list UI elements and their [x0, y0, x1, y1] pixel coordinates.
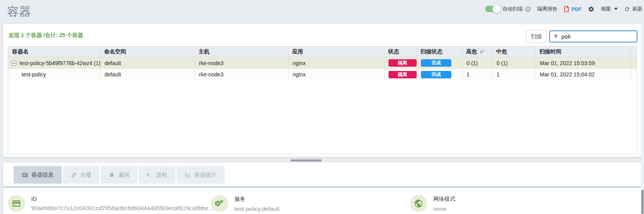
app-cell: nginx — [288, 57, 384, 69]
container-count-summary: 发现 1 个容器 /合计: 25 个容器 — [9, 32, 83, 39]
col-header-app[interactable]: 应用 — [288, 46, 384, 57]
gavel-icon — [71, 172, 77, 178]
medium-severity-cell: 0 (1) — [492, 57, 536, 69]
sort-icon[interactable] — [479, 49, 484, 54]
vertical-scrollbar[interactable] — [641, 24, 644, 214]
info-icon[interactable] — [525, 6, 531, 12]
globe-icon — [410, 195, 427, 212]
host-cell: rke-node3 — [195, 69, 288, 80]
tab-label: 合规 — [80, 172, 91, 179]
auto-scan-control: 自动扫描 — [485, 5, 531, 12]
row-spacer — [631, 57, 637, 69]
high-severity-cell: 1 — [462, 69, 492, 80]
filter-search-input[interactable] — [561, 33, 637, 40]
scan-button[interactable]: 扫描 — [526, 30, 547, 42]
header-controls: 自动扫描 隔离报告 PDF 视图 刷新 — [485, 4, 642, 14]
table-row[interactable]: test-policy default rke-node3 nginx 隔离 完… — [8, 69, 637, 80]
tab-divider — [3, 186, 641, 188]
col-header-status[interactable]: 状态 — [384, 46, 417, 57]
view-label: 视图 — [601, 5, 611, 12]
gears-icon — [211, 195, 228, 212]
col-header-scan-status[interactable]: 扫描状态 — [417, 46, 462, 57]
col-header-spacer — [631, 46, 637, 57]
quarantine-report-button[interactable]: 隔离报告 — [537, 5, 557, 12]
detail-value: test-policy.default — [234, 205, 280, 212]
table-row[interactable]: test-policy-5b49f9776b-42wz4 (1) default… — [8, 57, 637, 69]
status-badge[interactable]: 隔离 — [389, 59, 417, 67]
high-severity-cell: 0 (1) — [462, 57, 492, 69]
detail-item-id: ID 90ae9d0e7c7a12c04301cd2956a0bc8d6044a… — [8, 195, 214, 212]
filter-funnel-icon — [553, 34, 559, 39]
tab-container-stats[interactable]: 容器统计 — [177, 166, 225, 184]
settings-button[interactable] — [588, 6, 594, 12]
scan-status-badge[interactable]: 完成 — [421, 59, 451, 67]
page-title: 容器 — [7, 4, 31, 20]
status-badge[interactable]: 隔离 — [389, 71, 417, 78]
tab-label: 漏洞 — [118, 172, 129, 179]
detail-label: ID — [31, 196, 214, 202]
containers-table: 容器名 命名空间 主机 应用 状态 扫描状态 高危 中危 扫描时间 test-p… — [8, 46, 637, 154]
panel-resize-handle[interactable] — [291, 159, 322, 161]
toggle-thumb[interactable] — [492, 5, 501, 13]
scan-status-badge[interactable]: 完成 — [421, 71, 451, 78]
col-header-scan-time[interactable]: 扫描时间 — [536, 46, 631, 57]
table-header-row: 容器名 命名空间 主机 应用 状态 扫描状态 高危 中危 扫描时间 — [8, 46, 637, 57]
tab-label: 进程 — [156, 172, 167, 179]
detail-label: 服务 — [234, 196, 280, 203]
tab-processes[interactable]: >_ 进程 — [138, 166, 176, 184]
auto-scan-label: 自动扫描 — [502, 5, 523, 12]
row-spacer — [631, 69, 637, 80]
namespace-cell: default — [100, 69, 195, 80]
detail-item-service: 服务 test-policy.default — [211, 195, 280, 212]
col-header-name[interactable]: 容器名 — [8, 46, 100, 57]
col-header-high[interactable]: 高危 — [462, 46, 492, 57]
gear-icon — [588, 6, 594, 12]
tab-label: 容器统计 — [195, 172, 216, 179]
filter-search-box — [549, 30, 637, 42]
col-header-medium[interactable]: 中危 — [492, 46, 536, 57]
bug-icon — [109, 172, 115, 178]
scan-time-cell: Mar 01, 2022 15:03:59 — [536, 57, 631, 69]
col-header-namespace[interactable]: 命名空间 — [100, 46, 195, 57]
refresh-button[interactable]: 刷新 — [624, 5, 642, 12]
chevron-down-icon — [614, 8, 618, 10]
collapse-row-icon[interactable] — [11, 60, 16, 65]
host-cell: rke-node3 — [195, 57, 288, 69]
pdf-label: PDF — [571, 6, 582, 12]
refresh-icon — [624, 6, 630, 12]
namespace-cell: default — [100, 57, 195, 69]
detail-value: 90ae9d0e7c7a12c04301cd2956a0bc8d6044a485… — [31, 205, 214, 211]
app-cell: nginx — [288, 69, 384, 80]
pdf-file-icon — [564, 6, 569, 12]
refresh-label: 刷新 — [632, 5, 642, 12]
container-name: test-policy-5b49f9776b-42wz4 (1) — [20, 60, 100, 66]
details-panel: 容器信息 合规 漏洞 >_ 进程 容器统计 — [3, 163, 641, 214]
col-header-host[interactable]: 主机 — [195, 46, 288, 57]
detail-tabs: 容器信息 合规 漏洞 >_ 进程 容器统计 — [14, 166, 225, 184]
tab-container-info[interactable]: 容器信息 — [14, 166, 62, 184]
scrollbar-thumb[interactable] — [641, 190, 644, 214]
containers-panel: 发现 1 个容器 /合计: 25 个容器 扫描 容器名 命名空间 主机 应用 状… — [3, 24, 641, 157]
tab-label: 容器信息 — [32, 172, 53, 179]
auto-scan-toggle[interactable] — [485, 6, 499, 12]
detail-item-network-mode: 网络模式 none — [410, 195, 455, 212]
chart-line-icon — [185, 172, 191, 178]
quarantine-report-label: 隔离报告 — [537, 5, 557, 12]
credit-card-icon — [8, 195, 25, 212]
medium-severity-cell: 1 — [492, 69, 536, 80]
terminal-icon: >_ — [147, 172, 153, 178]
id-card-icon — [22, 172, 28, 178]
detail-value: none — [433, 205, 455, 212]
pdf-export-button[interactable]: PDF — [564, 6, 582, 12]
tab-compliance[interactable]: 合规 — [63, 166, 99, 184]
detail-label: 网络模式 — [433, 196, 455, 203]
view-dropdown[interactable]: 视图 — [601, 5, 618, 12]
scan-time-cell: Mar 01, 2022 15:04:02 — [536, 69, 631, 80]
container-name: test-policy — [21, 71, 46, 78]
tab-vulnerabilities[interactable]: 漏洞 — [101, 166, 137, 184]
